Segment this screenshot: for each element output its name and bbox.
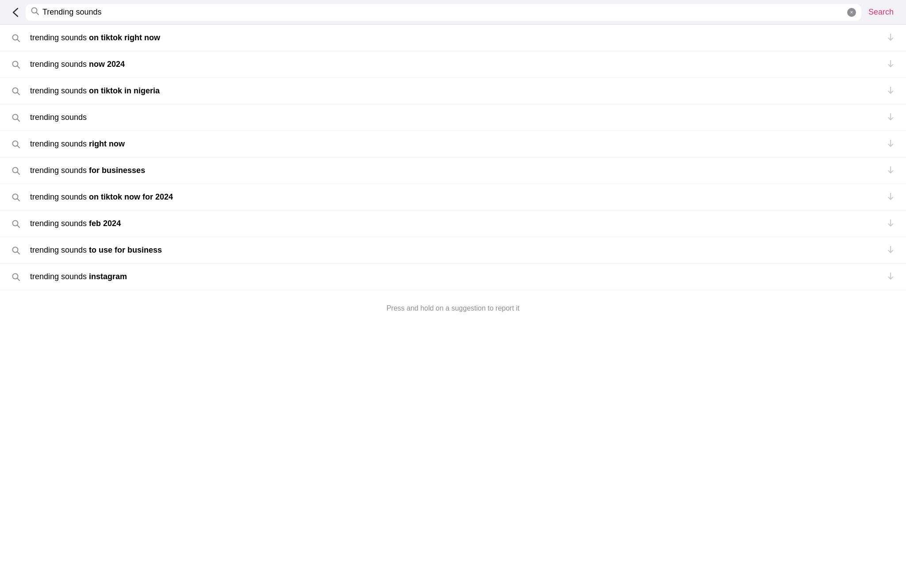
suggestion-search-icon (11, 139, 21, 150)
suggestion-text: trending sounds right now (30, 139, 879, 149)
svg-line-12 (17, 119, 19, 121)
suggestion-text: trending sounds now 2024 (30, 60, 879, 69)
svg-line-9 (17, 92, 19, 95)
svg-line-1 (36, 12, 38, 15)
suggestion-arrow-icon (885, 85, 898, 97)
svg-line-22 (887, 193, 894, 200)
suggestion-arrow-icon (885, 111, 898, 124)
suggestion-item[interactable]: trending sounds on tiktok right now (0, 25, 906, 51)
suggestion-item[interactable]: trending sounds for businesses (0, 158, 906, 184)
suggestion-text: trending sounds instagram (30, 272, 879, 281)
suggestion-search-icon (11, 112, 21, 123)
suggestion-search-icon (11, 192, 21, 203)
svg-line-27 (17, 252, 19, 254)
back-button[interactable] (11, 6, 20, 19)
suggestion-text: trending sounds (30, 113, 879, 122)
suggestion-item[interactable]: trending sounds instagram (0, 264, 906, 290)
suggestion-item[interactable]: trending sounds feb 2024 (0, 211, 906, 237)
clear-button[interactable]: × (847, 8, 856, 17)
svg-line-4 (887, 34, 894, 40)
svg-line-10 (887, 87, 894, 93)
svg-line-3 (17, 39, 19, 42)
suggestion-search-icon (11, 272, 21, 282)
search-input[interactable] (42, 8, 844, 17)
suggestion-search-icon (11, 219, 21, 229)
svg-line-18 (17, 172, 19, 174)
suggestion-arrow-icon (885, 191, 898, 204)
suggestion-arrow-icon (885, 217, 898, 230)
suggestion-search-icon (11, 86, 21, 96)
suggestion-text: trending sounds on tiktok right now (30, 33, 879, 42)
suggestion-text: trending sounds on tiktok now for 2024 (30, 192, 879, 202)
svg-line-7 (887, 61, 894, 67)
suggestion-arrow-icon (885, 138, 898, 150)
suggestion-search-icon (11, 59, 21, 70)
suggestion-item[interactable]: trending sounds right now (0, 131, 906, 158)
svg-line-25 (887, 220, 894, 226)
suggestion-arrow-icon (885, 164, 898, 177)
svg-line-19 (887, 167, 894, 173)
search-bar: × (26, 4, 861, 21)
suggestion-item[interactable]: trending sounds to use for business (0, 237, 906, 264)
suggestions-list: trending sounds on tiktok right now tren… (0, 25, 906, 290)
svg-line-15 (17, 146, 19, 148)
suggestion-search-icon (11, 33, 21, 43)
suggestion-arrow-icon (885, 270, 898, 283)
svg-line-31 (887, 273, 894, 279)
suggestion-search-icon (11, 165, 21, 176)
svg-line-13 (887, 114, 894, 120)
search-header: × Search (0, 0, 906, 25)
svg-line-16 (887, 140, 894, 146)
clear-icon: × (850, 9, 853, 15)
svg-line-21 (17, 199, 19, 201)
suggestion-search-icon (11, 245, 21, 256)
suggestion-item[interactable]: trending sounds on tiktok now for 2024 (0, 184, 906, 211)
search-magnifier-icon (31, 7, 39, 17)
suggestion-arrow-icon (885, 58, 898, 71)
suggestion-text: trending sounds for businesses (30, 166, 879, 175)
svg-line-30 (17, 278, 19, 281)
suggestion-item[interactable]: trending sounds (0, 104, 906, 131)
suggestion-arrow-icon (885, 244, 898, 257)
suggestion-text: trending sounds on tiktok in nigeria (30, 86, 879, 96)
search-submit-button[interactable]: Search (867, 8, 895, 17)
suggestion-text: trending sounds feb 2024 (30, 219, 879, 228)
svg-line-28 (887, 246, 894, 253)
svg-line-6 (17, 66, 19, 68)
suggestion-item[interactable]: trending sounds now 2024 (0, 51, 906, 78)
footer-hint: Press and hold on a suggestion to report… (0, 290, 906, 321)
suggestion-item[interactable]: trending sounds on tiktok in nigeria (0, 78, 906, 104)
svg-line-24 (17, 225, 19, 227)
suggestion-arrow-icon (885, 31, 898, 44)
suggestion-text: trending sounds to use for business (30, 246, 879, 255)
